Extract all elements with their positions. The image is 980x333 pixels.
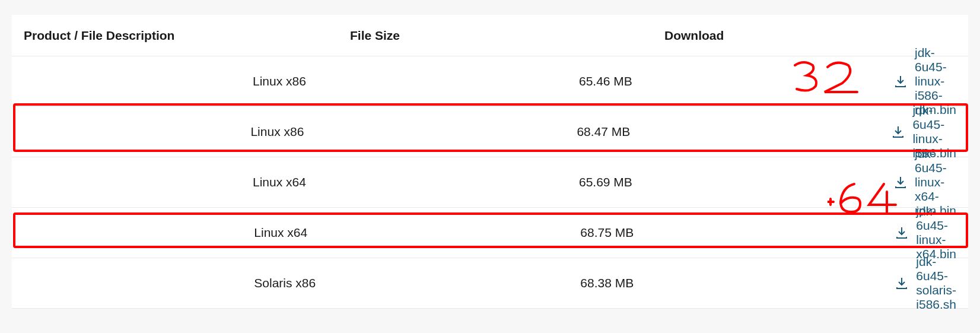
downloads-table: Product / File Description File Size Dow… xyxy=(12,15,968,309)
download-icon xyxy=(891,125,905,139)
table-row: Solaris x86 68.38 MB jdk-6u45-solaris-i5… xyxy=(12,258,968,309)
cell-product: Linux x86 xyxy=(250,125,571,139)
download-icon xyxy=(893,74,908,88)
cell-size: 68.47 MB xyxy=(571,125,891,139)
column-header-size: File Size xyxy=(344,28,664,43)
cell-product: Linux x86 xyxy=(253,74,573,88)
column-header-product: Product / File Description xyxy=(24,28,344,43)
cell-size: 65.69 MB xyxy=(573,175,893,189)
download-icon xyxy=(893,175,908,189)
table-body: Linux x86 65.46 MB jdk-6u45-linux-i586-r… xyxy=(12,56,968,309)
cell-product: Solaris x86 xyxy=(254,276,574,290)
cell-product: Linux x64 xyxy=(254,226,574,240)
download-link[interactable]: jdk-6u45-linux-x64.bin xyxy=(895,204,956,261)
table-row: Linux x64 68.75 MB jdk-6u45-linux-x64.bi… xyxy=(12,208,968,258)
column-header-download: Download xyxy=(664,28,956,43)
cell-product: Linux x64 xyxy=(253,175,573,189)
table-row: Linux x64 65.69 MB jdk-6u45-linux-x64-rp… xyxy=(12,157,968,208)
table-row: Linux x86 68.47 MB jdk-6u45-linux-i586.b… xyxy=(12,107,968,157)
download-filename: jdk-6u45-solaris-i586.sh xyxy=(916,255,956,312)
table-row: Linux x86 65.46 MB jdk-6u45-linux-i586-r… xyxy=(12,56,968,107)
download-filename: jdk-6u45-linux-x64.bin xyxy=(916,204,956,261)
download-icon xyxy=(895,226,909,240)
download-icon xyxy=(895,276,909,290)
download-link[interactable]: jdk-6u45-solaris-i586.sh xyxy=(895,255,956,312)
cell-size: 68.75 MB xyxy=(574,226,895,240)
cell-size: 68.38 MB xyxy=(574,276,895,290)
cell-download: jdk-6u45-solaris-i586.sh xyxy=(895,255,956,312)
cell-size: 65.46 MB xyxy=(573,74,893,88)
table-header-row: Product / File Description File Size Dow… xyxy=(12,15,968,56)
cell-download: jdk-6u45-linux-x64.bin xyxy=(895,204,956,261)
